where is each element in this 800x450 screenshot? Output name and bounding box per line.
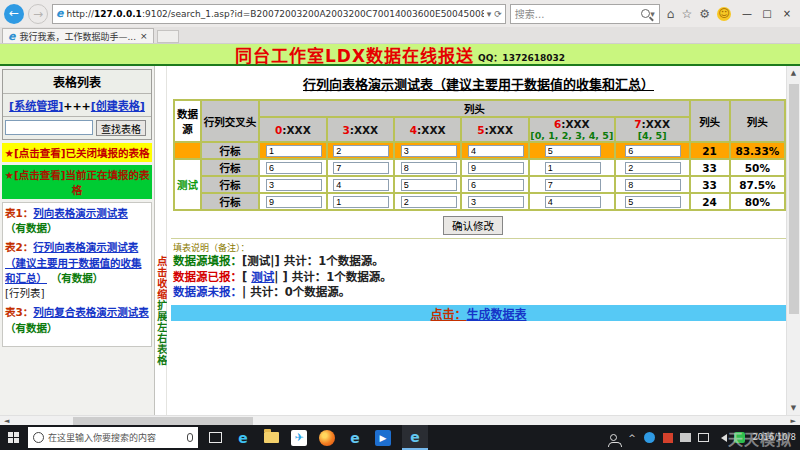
confirm-modify-button[interactable]: 确认修改 — [443, 216, 503, 235]
cell-input[interactable] — [545, 145, 601, 157]
windows-logo-icon — [8, 432, 20, 444]
cell-input[interactable] — [266, 196, 322, 208]
taskbar: 在这里输入你要搜索的内容 e ✈ e ▶ e ^ 2016/10/8 天天模拟 — [0, 425, 800, 450]
wechat-tray-icon[interactable] — [734, 432, 745, 443]
horizontal-scroll-thumb[interactable] — [73, 417, 253, 425]
generate-table-bar[interactable]: 点击：生成数据表 — [171, 305, 786, 321]
system-admin-link[interactable]: [系统管理] — [9, 100, 63, 113]
edge-icon[interactable]: e — [234, 429, 252, 447]
browser-window: ← → e http://127.0.0.1:9102/search_1.asp… — [0, 0, 800, 450]
tray-red-app-icon[interactable] — [662, 432, 673, 443]
cell-input[interactable] — [401, 162, 457, 174]
cell-input[interactable] — [625, 145, 681, 157]
cell-input[interactable] — [468, 196, 524, 208]
maximize-button[interactable]: □ — [758, 5, 776, 23]
row-percent: 83.33% — [731, 143, 784, 158]
active-tables-notice[interactable]: ★[点击查看]当前正在填报的表格 — [2, 165, 152, 199]
browser-tab[interactable]: e 我行我素，工作数据助手—... × — [2, 28, 154, 43]
vertical-scrollbar[interactable]: ▲ ▼ — [786, 66, 800, 415]
file-explorer-icon[interactable] — [262, 429, 280, 447]
row-percent: 80% — [731, 194, 784, 209]
column-header: 3:XXX — [328, 118, 393, 141]
unreported-status-line: 数据源未报：| 共计：0个数据源。 — [173, 285, 786, 301]
sidebar-search-row: 查找表格 — [3, 117, 151, 139]
panel-splitter[interactable]: 点击收缩 扩展左右表格 — [155, 66, 167, 415]
active-ie-window-button[interactable]: e — [402, 425, 428, 450]
tray-folder-icon[interactable] — [680, 432, 691, 443]
cell-input[interactable] — [468, 179, 524, 191]
firefox-icon[interactable] — [318, 429, 336, 447]
cell-input[interactable] — [401, 145, 457, 157]
cell-input[interactable] — [266, 179, 322, 191]
cell-input[interactable] — [545, 179, 601, 191]
feedback-smiley-icon[interactable]: ☺ — [717, 7, 731, 21]
cell-input[interactable] — [401, 196, 457, 208]
microphone-icon[interactable] — [187, 433, 193, 442]
scroll-down-icon[interactable]: ▼ — [791, 401, 796, 415]
row-sum: 21 — [691, 143, 729, 158]
cell-input[interactable] — [333, 196, 389, 208]
cell-input[interactable] — [333, 179, 389, 191]
table-1-link[interactable]: 列向表格演示测试表 — [33, 207, 128, 219]
cell-input[interactable] — [266, 162, 322, 174]
back-button[interactable]: ← — [4, 4, 24, 24]
scroll-up-icon[interactable]: ▲ — [791, 66, 796, 80]
tray-blue-app-icon[interactable] — [644, 432, 655, 443]
cell-input[interactable] — [468, 162, 524, 174]
display-tray-icon[interactable] — [698, 432, 709, 443]
video-app-icon[interactable]: ▶ — [374, 429, 392, 447]
cell-input[interactable] — [401, 179, 457, 191]
home-icon[interactable]: ⌂ — [667, 7, 675, 21]
cell-input[interactable] — [625, 196, 681, 208]
cell-input[interactable] — [333, 162, 389, 174]
refresh-icon[interactable]: ⟳ — [494, 9, 502, 19]
favorites-star-icon[interactable]: ☆ — [681, 7, 692, 21]
tab-title: 我行我素，工作数据助手—... — [19, 30, 136, 43]
list-item: 表1：列向表格演示测试表 （有数据） — [5, 206, 149, 236]
messenger-icon[interactable]: ✈ — [290, 429, 308, 447]
search-icon[interactable] — [641, 9, 650, 18]
cell-input[interactable] — [333, 145, 389, 157]
row-label: 行标 — [202, 143, 258, 158]
new-tab-button[interactable] — [157, 30, 179, 43]
closed-tables-notice[interactable]: ★[点击查看]已关闭填报的表格 — [2, 143, 152, 162]
user-tray-icon[interactable] — [608, 432, 619, 443]
volume-icon[interactable] — [716, 432, 727, 443]
create-table-link[interactable]: [创建表格] — [91, 100, 145, 113]
clock[interactable]: 2016/10/8 — [752, 433, 796, 442]
table-search-input[interactable] — [5, 120, 93, 135]
cell-input[interactable] — [545, 162, 601, 174]
ie-icon[interactable]: e — [346, 429, 364, 447]
scroll-right-icon[interactable]: ► — [787, 417, 800, 425]
url-dropdown-icon[interactable]: ▾ — [487, 9, 492, 19]
cell-input[interactable] — [468, 145, 524, 157]
main-panel: 行列向表格演示测试表（建议主要用于数据值的收集和汇总） 数据源 行列交叉头 列头 — [167, 66, 786, 415]
address-bar[interactable]: e http://127.0.0.1:9102/search_1.asp?id=… — [52, 4, 506, 24]
minimize-button[interactable]: — — [738, 5, 756, 23]
site-banner: 同台工作室LDX数据在线报送 QQ：1372618032 — [0, 44, 800, 66]
vertical-scroll-thumb[interactable] — [789, 84, 799, 314]
task-view-icon[interactable] — [206, 429, 224, 447]
tray-expand-icon[interactable]: ^ — [626, 432, 637, 443]
scroll-left-icon[interactable]: ◄ — [0, 417, 13, 425]
forward-button[interactable]: → — [28, 4, 48, 24]
table-3-link[interactable]: 列向复合表格演示测试表 — [33, 306, 149, 318]
notes-section: 填表说明（备注）： 数据源填报：[测试|] 共计：1个数据源。 数据源已报：[ … — [171, 238, 786, 303]
find-table-button[interactable]: 查找表格 — [96, 120, 146, 136]
taskbar-search-box[interactable]: 在这里输入你要搜索的内容 — [28, 427, 198, 448]
cell-input[interactable] — [545, 196, 601, 208]
cell-input[interactable] — [625, 179, 681, 191]
close-button[interactable]: × — [778, 5, 796, 23]
tab-close-icon[interactable]: × — [140, 31, 148, 41]
settings-gear-icon[interactable]: ⚙ — [699, 7, 710, 21]
cell-input[interactable] — [625, 162, 681, 174]
reported-status-line: 数据源已报：[ 测试| ] 共计：1个数据源。 — [173, 270, 786, 286]
start-button[interactable] — [0, 425, 28, 450]
cell-input[interactable] — [266, 145, 322, 157]
url-text[interactable]: http://127.0.0.1:9102/search_1.asp?id=B2… — [66, 9, 483, 19]
form-title: 行列向表格演示测试表（建议主要用于数据值的收集和汇总） — [171, 74, 786, 93]
browser-search-box[interactable]: 搜索... ▾ — [510, 4, 660, 24]
reported-datasource-link[interactable]: 测试 — [251, 270, 274, 284]
horizontal-scrollbar[interactable]: ◄ ► — [0, 415, 800, 425]
generate-table-link[interactable]: 生成数据表 — [467, 308, 527, 322]
